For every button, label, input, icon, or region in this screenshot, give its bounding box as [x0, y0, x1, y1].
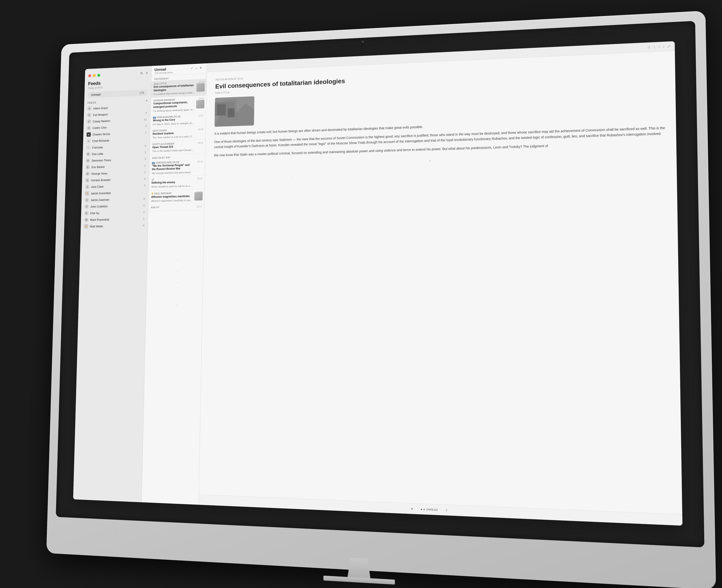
- minimize-button[interactable]: [93, 74, 96, 77]
- feed-name-label: Chet Richards: [92, 138, 146, 142]
- star-toolbar-icon[interactable]: ☆: [647, 45, 650, 49]
- screen-bezel: ↻ + Feeds Today at 09:22 Unread 176 Feed…: [56, 21, 704, 547]
- feed-name-label: Khe Hy: [90, 210, 142, 215]
- article-list-item[interactable]: 10:1614Defining the enemySome situations…: [149, 175, 205, 190]
- search-icon[interactable]: ⌕: [195, 66, 198, 69]
- close-panel-icon[interactable]: ✕: [200, 66, 202, 69]
- feed-name-label: John Cutlefish: [90, 204, 142, 208]
- monitor: ↻ + Feeds Today at 09:22 Unread 176 Feed…: [46, 10, 716, 588]
- article-time: 18:30: [199, 97, 204, 100]
- article-list-item[interactable]: 09:03SCOTT ALEXANDEROpen Thread 223This …: [149, 140, 205, 154]
- feed-name-label: Jack Clark: [91, 184, 142, 188]
- feed-unread-count: 4: [143, 204, 145, 207]
- sidebar: ↻ + Feeds Today at 09:22 Unread 176 Feed…: [73, 66, 151, 502]
- feed-name-label: Eric Barker: [91, 164, 143, 169]
- article-list-item[interactable]: 18:30GORDON BRANDERCompositional compone…: [150, 96, 206, 114]
- share-toolbar-icon[interactable]: ↑: [653, 45, 655, 49]
- sidebar-feed-item[interactable]: MMark Rosenthal1: [81, 215, 148, 223]
- reader-pane: ☆ ↑ ‹ › ⤢ 2022.05.08 SUN AT 22:16 Evil c…: [199, 41, 683, 526]
- article-list-item[interactable]: 00:17KHE HY: [148, 203, 204, 211]
- reader-content: 2022.05.08 SUN AT 22:16 Evil consequence…: [199, 51, 682, 514]
- article-time: 15:14: [198, 160, 203, 163]
- feed-icon: ♪: [86, 145, 90, 150]
- article-list-toolbar: ✓ ⌕ ✕: [189, 66, 204, 70]
- article-list-item[interactable]: 13:51VIVERKASSUNBLOG.DEWrong to the Core…: [150, 112, 206, 128]
- feed-name-label: Dan Little: [92, 151, 143, 155]
- feed-name-label: Jakob Greenfeld: [91, 190, 145, 195]
- feeds-chevron-icon[interactable]: ▾: [146, 99, 147, 102]
- feed-name-label: George Hosu: [91, 171, 142, 175]
- bottom-share-button[interactable]: ⇧: [446, 508, 448, 512]
- feed-name-label: Cedric Chin: [92, 124, 144, 129]
- bottom-star-icon: ★: [411, 507, 413, 510]
- prev-article-icon[interactable]: ‹: [659, 45, 660, 49]
- article-list-title: Unread: [154, 67, 166, 72]
- feed-unread-count: 3: [144, 177, 145, 180]
- article-list-item[interactable]: 15:14VIVERFASSUNBLOG.DE"We the Territori…: [149, 159, 205, 177]
- bottom-unread-dot-icon: ●: [421, 507, 422, 511]
- feed-icon: G: [85, 178, 89, 183]
- feed-name-label: Adam Grant: [93, 104, 147, 110]
- next-article-icon[interactable]: ›: [663, 44, 664, 48]
- add-icon[interactable]: +: [146, 71, 148, 76]
- maximize-button[interactable]: [97, 74, 100, 77]
- feed-unread-count: 8: [145, 144, 146, 147]
- article-list-panel: Unread ✓ ⌕ ✕ 176 Unread items YESTERDAY2…: [142, 63, 207, 505]
- checkmark-icon[interactable]: ✓: [191, 66, 193, 70]
- reader-image-inner: [214, 96, 254, 127]
- article-author: KHE HY: [151, 206, 193, 209]
- bottom-unread-label: ● UNREAD: [423, 508, 438, 511]
- feed-icon: M: [84, 217, 88, 222]
- article-title: "We the Territorial People" and the Russ…: [152, 163, 194, 171]
- feed-icon: C: [87, 113, 91, 117]
- article-time: 22:16: [199, 81, 204, 83]
- feed-name-label: Devonian Times: [92, 158, 143, 162]
- feed-icon: A: [87, 106, 91, 110]
- feed-name-label: Charles Stross: [92, 131, 144, 136]
- bottom-star-button[interactable]: ★: [411, 507, 413, 510]
- article-list-item[interactable]: 10:36SETH GODINResilient marketsThe "fre…: [150, 126, 206, 141]
- feed-name-label: Mark Rosenthal: [90, 217, 142, 221]
- feed-unread-count: 2: [145, 124, 147, 127]
- close-button[interactable]: [88, 74, 91, 77]
- article-time: 13:51: [198, 114, 204, 117]
- sidebar-feed-item[interactable]: KKhe Hy2: [81, 209, 148, 216]
- feed-name-label: Jamie Zawinski: [90, 197, 142, 202]
- feed-unread-count: 1: [143, 217, 145, 220]
- article-title: diffusion magnetizes manifolds: [151, 194, 193, 199]
- article-time: 10:16: [197, 177, 203, 180]
- feed-name-label: Gordon Brander: [91, 177, 142, 182]
- feed-unread-count: 2: [144, 171, 145, 174]
- article-excerpt: Some situations seem to call for an oppo…: [151, 184, 194, 188]
- article-list-item[interactable]: 22:16DAN LITTLEEvil consequences of tota…: [151, 79, 207, 98]
- article-time: 00:17: [197, 205, 202, 208]
- feed-icon: K: [84, 211, 89, 215]
- article-thumbnail: [197, 83, 205, 92]
- feed-icon: ⊞: [86, 139, 90, 143]
- feeds-list: AAdam GrantCCal Newport4CCasey Newton11C…: [73, 103, 151, 502]
- unread-count: 176: [140, 91, 144, 94]
- svg-rect-6: [228, 108, 234, 117]
- feed-unread-count: 2: [144, 184, 145, 187]
- article-list-item[interactable]: 02:00★PAUL BRICMANdiffusion magnetizes m…: [148, 189, 204, 204]
- article-excerpt: Not enough attention has been devoted to…: [151, 170, 194, 175]
- article-source-badge: VI: [152, 162, 155, 164]
- feed-icon: C: [87, 119, 91, 124]
- sidebar-feed-item[interactable]: ★Matt Webb6: [81, 222, 148, 230]
- bottom-unread-button[interactable]: ● ● UNREAD: [421, 507, 438, 511]
- article-time: 09:03: [198, 141, 203, 144]
- feeds-label: Feeds: [87, 101, 97, 104]
- bottom-share-icon: ⇧: [446, 508, 448, 512]
- feed-unread-count: 3: [145, 151, 146, 154]
- article-thumbnail: [196, 100, 204, 108]
- svg-rect-5: [217, 104, 226, 115]
- refresh-icon[interactable]: ↻: [140, 71, 143, 75]
- feed-name-label: Cal Newport: [93, 111, 144, 117]
- unread-nav-item[interactable]: Unread 176: [88, 89, 148, 98]
- feed-unread-count: 2: [143, 210, 145, 213]
- app-window: ↻ + Feeds Today at 09:22 Unread 176 Feed…: [73, 41, 682, 526]
- expand-reader-icon[interactable]: ⤢: [667, 44, 671, 48]
- monitor-stand: [345, 557, 373, 578]
- sidebar-feed-item[interactable]: JJohn Cutlefish4: [81, 202, 148, 210]
- reader-hero-image: [214, 96, 254, 127]
